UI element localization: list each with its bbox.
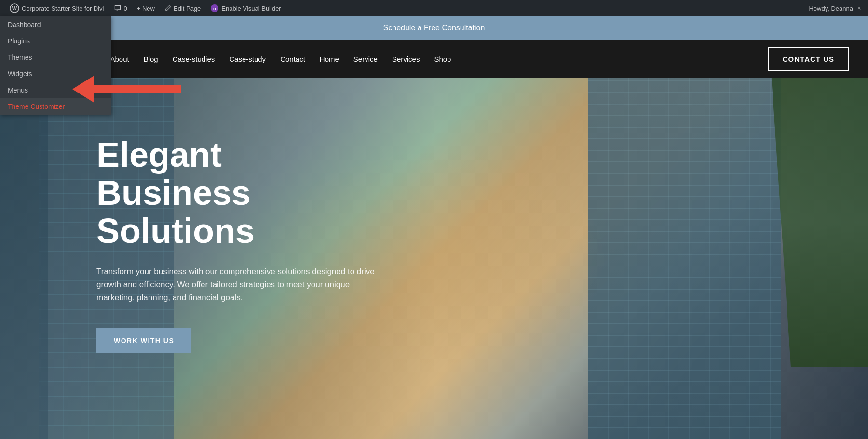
visual-builder-item[interactable]: D Enable Visual Builder bbox=[205, 0, 285, 16]
site-nav: About Blog Case-studies Case-study Conta… bbox=[110, 55, 768, 63]
arrow-body bbox=[94, 85, 181, 93]
svg-point-4 bbox=[858, 7, 860, 9]
work-with-us-button[interactable]: WORK WITH US bbox=[96, 328, 191, 353]
admin-bar: W Corporate Starter Site for Divi 0 + Ne… bbox=[0, 0, 868, 16]
edit-icon bbox=[164, 5, 171, 12]
dropdown-item-themes[interactable]: Themes bbox=[0, 49, 111, 66]
nav-blog[interactable]: Blog bbox=[144, 55, 158, 63]
banner-text: Schedule a Free Consultation bbox=[383, 24, 485, 32]
comment-count: 0 bbox=[124, 5, 127, 12]
search-icon[interactable] bbox=[855, 4, 863, 12]
dropdown-item-plugins[interactable]: Plugins bbox=[0, 33, 111, 49]
dropdown-item-dashboard[interactable]: Dashboard bbox=[0, 16, 111, 33]
comment-item[interactable]: 0 bbox=[109, 0, 132, 16]
site-header: DIVI About Blog Case-studies Case-study … bbox=[0, 40, 868, 78]
new-item[interactable]: + New bbox=[132, 0, 160, 16]
arrow-head bbox=[72, 76, 94, 103]
site-name-label: Corporate Starter Site for Divi bbox=[22, 5, 104, 12]
admin-bar-right: Howdy, Deanna bbox=[809, 4, 863, 12]
nav-home[interactable]: Home bbox=[320, 55, 339, 63]
nav-case-studies[interactable]: Case-studies bbox=[173, 55, 215, 63]
red-arrow-indicator bbox=[72, 76, 181, 103]
contact-us-button[interactable]: CONTACT US bbox=[768, 47, 849, 71]
svg-line-5 bbox=[860, 9, 861, 10]
new-label: + New bbox=[137, 5, 155, 12]
wp-logo-item[interactable]: W Corporate Starter Site for Divi bbox=[5, 0, 109, 16]
nav-contact[interactable]: Contact bbox=[280, 55, 305, 63]
nav-case-study[interactable]: Case-study bbox=[229, 55, 266, 63]
nav-services[interactable]: Services bbox=[392, 55, 420, 63]
building-right-1 bbox=[588, 78, 781, 439]
hero-content: Elegant Business Solutions Transform you… bbox=[0, 78, 386, 353]
visual-builder-label: Enable Visual Builder bbox=[221, 5, 281, 12]
comment-icon bbox=[114, 4, 122, 12]
wp-icon: W bbox=[10, 3, 19, 13]
svg-text:D: D bbox=[213, 7, 216, 11]
nav-about[interactable]: About bbox=[110, 55, 129, 63]
howdy-label: Howdy, Deanna bbox=[809, 5, 853, 12]
svg-text:W: W bbox=[12, 5, 17, 11]
divi-builder-icon: D bbox=[210, 4, 219, 13]
hero-subtitle: Transform your business with our compreh… bbox=[96, 265, 381, 305]
edit-page-item[interactable]: Edit Page bbox=[160, 0, 205, 16]
hero-section: Elegant Business Solutions Transform you… bbox=[0, 78, 868, 439]
hero-title: Elegant Business Solutions bbox=[96, 136, 386, 251]
edit-page-label: Edit Page bbox=[174, 5, 201, 12]
nav-shop[interactable]: Shop bbox=[434, 55, 451, 63]
top-banner: Schedule a Free Consultation bbox=[0, 16, 868, 40]
nav-service[interactable]: Service bbox=[353, 55, 378, 63]
